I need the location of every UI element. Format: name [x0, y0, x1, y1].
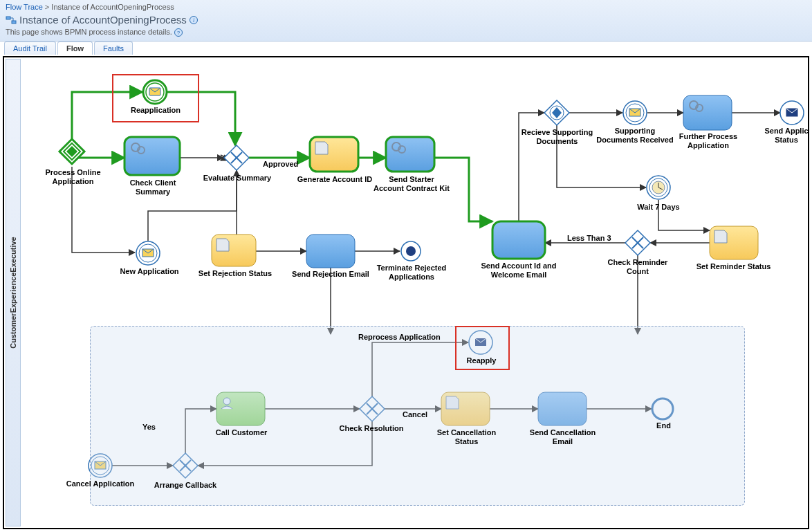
tabs: Audit Trail Flow Faults: [0, 42, 812, 55]
label-supporting-received: Supporting Documents Received: [593, 127, 676, 144]
label-end: End: [652, 421, 676, 430]
label-generate-account: Generate Account ID: [293, 175, 376, 184]
label-cancel-application: Cancel Application: [62, 479, 138, 488]
label-recv-supporting: Recieve Supporting Documents: [517, 128, 597, 145]
svg-point-39: [406, 246, 416, 256]
page-description-row: This page shows BPMN process instance de…: [6, 27, 806, 38]
label-further-process: Further Process Application: [674, 132, 743, 149]
label-reapply: Reapply: [461, 356, 502, 365]
label-process-online: Process Online Application: [40, 168, 106, 185]
label-set-reminder: Set Reminder Status: [690, 262, 777, 271]
svg-rect-37: [306, 235, 355, 268]
lane-title: CustomerExperienceExecutive: [9, 237, 17, 348]
label-send-cancellation: Send Cancellation Email: [523, 428, 602, 446]
page-title-row: Instance of AccountOpeningProcess i: [6, 12, 806, 27]
process-icon: [6, 15, 17, 26]
start-event: [59, 139, 84, 164]
breadcrumb: Flow Trace > Instance of AccountOpeningP…: [6, 1, 806, 12]
edge-cancel: Cancel: [403, 410, 427, 419]
label-send-starter: Send Starter Account Contract Kit: [373, 175, 450, 192]
label-check-client: Check Client Summary: [122, 178, 184, 196]
svg-rect-40: [492, 221, 545, 259]
page-title: Instance of AccountOpeningProcess: [19, 14, 187, 26]
breadcrumb-parent[interactable]: Flow Trace: [6, 3, 43, 11]
edge-yes: Yes: [142, 423, 156, 431]
svg-rect-0: [6, 17, 10, 19]
svg-text:i: i: [193, 17, 194, 24]
breadcrumb-sep: >: [45, 3, 51, 11]
label-send-rejection: Send Rejection Email: [289, 270, 372, 279]
label-set-cancellation: Set Cancellation Status: [430, 428, 503, 446]
tab-audit-trail[interactable]: Audit Trail: [4, 42, 56, 55]
highlight-reapplication: [112, 74, 199, 122]
diagram-canvas[interactable]: CustomerExperienceExecutive: [3, 56, 809, 529]
svg-rect-12: [124, 137, 180, 175]
label-set-rejection: Set Rejection Status: [194, 269, 277, 278]
label-call-customer: Call Customer: [210, 428, 273, 437]
label-send-account-welcome: Send Account Id and Welcome Email: [477, 262, 560, 279]
header-bar: Flow Trace > Instance of AccountOpeningP…: [0, 0, 812, 42]
edge-approved: Approved: [263, 160, 298, 168]
edge-reprocess: Reprocess Application: [358, 333, 441, 341]
svg-rect-28: [683, 95, 732, 130]
lane-header: CustomerExperienceExecutive: [6, 59, 21, 526]
edge-less-than-3: Less Than 3: [567, 234, 611, 242]
breadcrumb-current: Instance of AccountOpeningProcess: [51, 3, 174, 11]
help-icon[interactable]: ?: [174, 28, 183, 37]
label-check-resolution: Check Resolution: [333, 424, 409, 433]
tab-faults[interactable]: Faults: [94, 42, 133, 55]
label-check-reminder: Check Reminder Count: [603, 258, 672, 275]
info-icon[interactable]: i: [190, 16, 198, 24]
page-description: This page shows BPMN process instance de…: [6, 28, 172, 36]
label-arrange-callback: Arrange Callback: [151, 481, 220, 490]
bpmn-diagram: Reapplication Process Online Application…: [21, 57, 808, 528]
tab-flow[interactable]: Flow: [57, 42, 93, 55]
svg-text:?: ?: [177, 30, 181, 36]
svg-rect-1: [12, 21, 16, 24]
label-send-applic-status: Send Applic Status: [762, 127, 809, 144]
label-wait7: Wait 7 Days: [631, 203, 686, 212]
label-reapplication: Reapplication: [124, 106, 187, 115]
label-terminate: Terminate Rejected Applications: [373, 264, 450, 281]
svg-rect-19: [386, 137, 434, 172]
label-new-application: New Application: [115, 267, 184, 276]
label-evaluate-summary: Evaluate Summary: [199, 174, 275, 183]
